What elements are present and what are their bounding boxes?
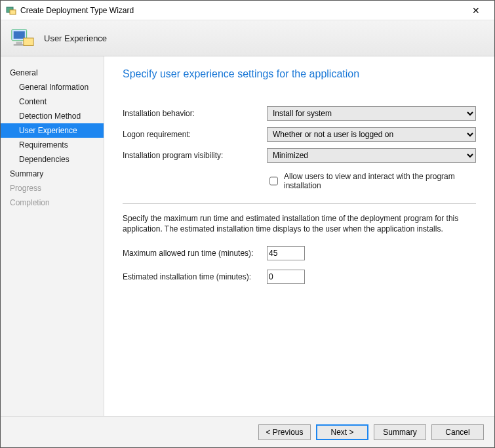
- install-behavior-select[interactable]: Install for system: [267, 106, 476, 121]
- svg-rect-1: [10, 10, 16, 14]
- sidebar-group-completion: Completion: [1, 195, 104, 210]
- sidebar-item-content[interactable]: Content: [1, 94, 104, 109]
- visibility-label: Installation program visibility:: [123, 151, 267, 160]
- computer-icon: [10, 26, 35, 51]
- svg-rect-5: [14, 45, 25, 46]
- divider: [123, 203, 476, 204]
- close-button[interactable]: ✕: [463, 5, 489, 16]
- logon-requirement-select[interactable]: Whether or not a user is logged on: [267, 127, 476, 142]
- summary-button[interactable]: Summary: [374, 424, 426, 440]
- banner: User Experience: [1, 20, 494, 56]
- next-button[interactable]: Next >: [316, 424, 368, 440]
- sidebar-item-general-info[interactable]: General Information: [1, 80, 104, 94]
- runtime-description: Specify the maximum run time and estimat…: [123, 213, 476, 234]
- svg-rect-4: [16, 42, 23, 45]
- content-pane: Specify user experience settings for the…: [104, 56, 494, 416]
- previous-button[interactable]: < Previous: [258, 424, 311, 440]
- est-time-label: Estimated installation time (minutes):: [123, 272, 267, 281]
- sidebar-group-progress: Progress: [1, 181, 104, 195]
- logon-requirement-label: Logon requirement:: [123, 130, 267, 139]
- body: General General Information Content Dete…: [1, 56, 494, 416]
- sidebar-item-requirements[interactable]: Requirements: [1, 138, 104, 152]
- sidebar-item-detection[interactable]: Detection Method: [1, 109, 104, 123]
- wizard-window: Create Deployment Type Wizard ✕ User Exp…: [0, 0, 495, 448]
- sidebar: General General Information Content Dete…: [1, 56, 104, 416]
- titlebar: Create Deployment Type Wizard ✕: [1, 1, 494, 20]
- window-title: Create Deployment Type Wizard: [20, 6, 463, 15]
- page-heading: Specify user experience settings for the…: [123, 68, 476, 80]
- max-runtime-input[interactable]: [267, 246, 305, 260]
- footer: < Previous Next > Summary Cancel: [1, 416, 494, 447]
- sidebar-group-summary[interactable]: Summary: [1, 167, 104, 181]
- svg-rect-3: [14, 31, 25, 39]
- install-behavior-label: Installation behavior:: [123, 109, 267, 118]
- sidebar-item-user-experience[interactable]: User Experience: [1, 123, 104, 138]
- allow-interact-checkbox[interactable]: [269, 176, 278, 186]
- est-time-input[interactable]: [267, 270, 305, 284]
- visibility-select[interactable]: Minimized: [267, 148, 476, 163]
- app-icon: [6, 5, 16, 16]
- svg-rect-6: [24, 38, 33, 45]
- allow-interact-label: Allow users to view and interact with th…: [284, 172, 476, 190]
- cancel-button[interactable]: Cancel: [431, 424, 484, 440]
- banner-step-title: User Experience: [44, 33, 107, 43]
- sidebar-group-general[interactable]: General: [1, 66, 104, 80]
- max-runtime-label: Maximum allowed run time (minutes):: [123, 249, 267, 258]
- sidebar-item-dependencies[interactable]: Dependencies: [1, 152, 104, 167]
